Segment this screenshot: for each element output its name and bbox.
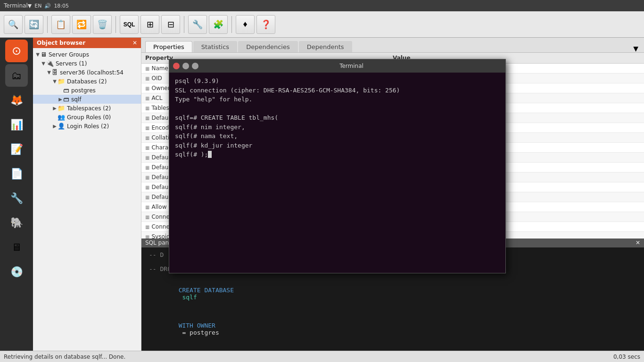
term-line-kdjur: sqlf(# kd_jur integer bbox=[175, 141, 500, 150]
term-line-create-table: sqlf=# CREATE TABLE tbl_mhs( bbox=[175, 113, 500, 123]
term-line-ssl: SSL connection (cipher: DHE-RSA-AES256-G… bbox=[175, 86, 500, 95]
tool-wrench[interactable]: 🔧 bbox=[188, 15, 207, 34]
sidebar-icon-files[interactable]: 🗂 bbox=[5, 64, 28, 87]
prop-key-label-acl: ACL bbox=[151, 95, 162, 101]
term-line-nim: sqlf(# nim integer, bbox=[175, 123, 500, 132]
toolbar: 🔍 🔄 📋 🔁 🗑️ SQL ⊞ ⊟ 🔧 🧩 ♦ ❓ bbox=[0, 11, 644, 38]
tree-item-postgres[interactable]: 🗃 postgres bbox=[33, 86, 141, 95]
tree-label-tablespaces: Tablespaces (2) bbox=[67, 105, 111, 112]
tree-label-group-roles: Group Roles (0) bbox=[67, 114, 111, 121]
sidebar: ⊙ 🗂 🦊 📊 📝 📄 🔧 🐘 🖥 💿 bbox=[0, 38, 33, 351]
tab-dependencies[interactable]: Dependencies bbox=[238, 41, 298, 52]
tab-statistics[interactable]: Statistics bbox=[193, 41, 237, 52]
sidebar-icon-browser[interactable]: 🦊 bbox=[5, 89, 28, 111]
tree-icon-servers: 🔌 bbox=[46, 60, 54, 67]
ob-header: Object browser ✕ bbox=[33, 38, 141, 48]
toolbar-sep-3 bbox=[184, 16, 184, 33]
toolbar-sep-4 bbox=[231, 16, 232, 33]
term-line-psql: psql (9.3.9) bbox=[175, 76, 500, 86]
sql-line-7: ENCODING = 'UTF8' bbox=[149, 343, 636, 351]
prop-key-label-sysoid: Sysoid bbox=[151, 233, 170, 239]
tree-icon-login-roles: 👤 bbox=[58, 123, 65, 130]
tree-toggle-login-roles: ▶ bbox=[52, 123, 58, 129]
tool-grid[interactable]: ⊞ bbox=[140, 15, 159, 34]
sidebar-icon-tools[interactable]: 🔧 bbox=[5, 187, 28, 209]
sidebar-icon-terminal[interactable]: 🖥 bbox=[5, 236, 28, 258]
tree-icon-sqlf: 🗃 bbox=[63, 96, 69, 103]
object-browser: Object browser ✕ ▼ 🖥 Server Groups ▼ 🔌 S… bbox=[33, 38, 141, 351]
status-message: Retrieving details on database sqlf... D… bbox=[4, 354, 125, 360]
tree-toggle-servers: ▼ bbox=[41, 61, 46, 66]
sql-pane-close[interactable]: ✕ bbox=[636, 239, 640, 246]
tool-connect[interactable]: ♦ bbox=[236, 15, 255, 34]
terminal-body[interactable]: psql (9.3.9) SSL connection (cipher: DHE… bbox=[169, 73, 505, 273]
tree-label-postgres: postgres bbox=[71, 87, 96, 94]
tool-sql[interactable]: SQL bbox=[120, 15, 139, 34]
terminal-cursor bbox=[208, 151, 212, 158]
tree-icon-tablespaces: 📁 bbox=[58, 105, 65, 112]
tree-item-servers[interactable]: ▼ 🔌 Servers (1) bbox=[33, 59, 141, 68]
sql-normal-eq1: = postgres bbox=[179, 329, 219, 336]
tool-swap[interactable]: 🔁 bbox=[72, 15, 91, 34]
tree-toggle-databases: ▼ bbox=[52, 79, 58, 84]
terminal-title: Terminal bbox=[201, 63, 502, 69]
sql-line-5: CREATE DATABASE sqlf bbox=[149, 280, 636, 308]
sidebar-icon-ubuntu[interactable]: ⊙ bbox=[5, 40, 28, 62]
ob-title: Object browser bbox=[37, 40, 85, 46]
tool-delete[interactable]: 🗑️ bbox=[93, 15, 112, 34]
tool-help[interactable]: ❓ bbox=[256, 15, 275, 34]
tree-item-tablespaces[interactable]: ▶ 📁 Tablespaces (2) bbox=[33, 104, 141, 113]
prop-key-label-owner: Owner bbox=[151, 85, 170, 91]
tool-search[interactable]: 🔍 bbox=[4, 15, 23, 34]
tree-icon-group-roles: 👥 bbox=[58, 114, 65, 121]
tree-label-server-groups: Server Groups bbox=[49, 51, 89, 58]
tree-item-group-roles[interactable]: 👥 Group Roles (0) bbox=[33, 113, 141, 122]
tree-item-sqlf[interactable]: ▶ 🗃 sqlf bbox=[33, 95, 141, 104]
tool-plugin[interactable]: 🧩 bbox=[209, 15, 228, 34]
terminal-min-button[interactable] bbox=[182, 63, 189, 69]
toolbar-sep-2 bbox=[116, 16, 116, 33]
terminal-overlay: Terminal psql (9.3.9) SSL connection (ci… bbox=[169, 59, 506, 273]
tree-icon-postgres: 🗃 bbox=[63, 87, 69, 94]
sql-line-6: WITH OWNER = postgres bbox=[149, 308, 636, 343]
sidebar-icon-calc[interactable]: 📊 bbox=[5, 113, 28, 136]
top-bar: Terminal ▼ EN 🔊 18:05 bbox=[0, 0, 644, 11]
tool-minus[interactable]: ⊟ bbox=[161, 15, 180, 34]
term-line-help-hint: Type "help" for help. bbox=[175, 95, 500, 104]
tree-label-sqlf: sqlf bbox=[71, 96, 81, 103]
sql-ident-sqlf: sqlf bbox=[179, 294, 197, 301]
terminal-close-button[interactable] bbox=[173, 63, 180, 69]
term-line-nama: sqlf(# nama text, bbox=[175, 132, 500, 141]
sql-line-4 bbox=[149, 272, 636, 280]
top-bar-icons: ▼ EN 🔊 18:05 bbox=[28, 3, 69, 9]
term-line-end: sqlf(# ); bbox=[175, 150, 500, 159]
tree-item-databases[interactable]: ▼ 📁 Databases (2) bbox=[33, 77, 141, 86]
tool-copy[interactable]: 📋 bbox=[51, 15, 70, 34]
status-timing: 0,03 secs bbox=[613, 354, 640, 360]
tree-label-servers: Servers (1) bbox=[56, 60, 87, 67]
prop-key-label-name: Name bbox=[151, 65, 168, 72]
tree-item-server36[interactable]: ▼ 🗄 server36 (localhost:54 bbox=[33, 68, 141, 77]
sidebar-icon-writer[interactable]: 📝 bbox=[5, 138, 28, 160]
tree-item-login-roles[interactable]: ▶ 👤 Login Roles (2) bbox=[33, 122, 141, 131]
ob-close-button[interactable]: ✕ bbox=[132, 40, 137, 46]
prop-key-label-oid: OID bbox=[151, 75, 162, 82]
tree-item-server-groups[interactable]: ▼ 🖥 Server Groups bbox=[33, 50, 141, 59]
tree-icon-server-groups: 🖥 bbox=[41, 51, 47, 58]
tab-dependents[interactable]: Dependents bbox=[299, 41, 352, 52]
tree-label-login-roles: Login Roles (2) bbox=[67, 123, 109, 130]
toolbar-sep-1 bbox=[47, 16, 48, 33]
top-bar-title: Terminal bbox=[4, 2, 28, 9]
sidebar-icon-writer2[interactable]: 📄 bbox=[5, 162, 28, 185]
sidebar-icon-drive[interactable]: 💿 bbox=[5, 260, 28, 283]
tree-label-databases: Databases (2) bbox=[67, 78, 107, 85]
tree-icon-databases: 📁 bbox=[58, 78, 65, 85]
tab-dropdown-button[interactable]: ▼ bbox=[633, 45, 640, 52]
terminal-max-button[interactable] bbox=[192, 63, 198, 69]
sidebar-icon-db[interactable]: 🐘 bbox=[5, 211, 28, 234]
tree-icon-server36: 🗄 bbox=[52, 69, 58, 76]
sql-keyword-create: CREATE DATABASE bbox=[179, 287, 234, 294]
tool-refresh[interactable]: 🔄 bbox=[25, 15, 43, 34]
tab-properties[interactable]: Properties bbox=[145, 41, 192, 52]
status-bar: Retrieving details on database sqlf... D… bbox=[0, 351, 644, 362]
